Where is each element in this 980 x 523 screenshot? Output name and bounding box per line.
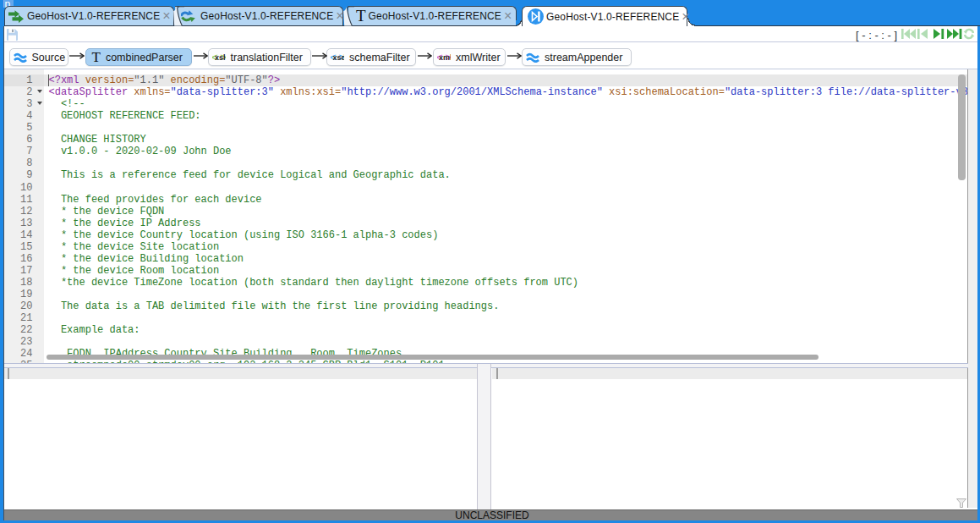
svg-text:xsd: xsd bbox=[333, 53, 345, 62]
svg-text:xsl: xsl bbox=[215, 53, 226, 62]
svg-text:xml: xml bbox=[439, 53, 451, 62]
